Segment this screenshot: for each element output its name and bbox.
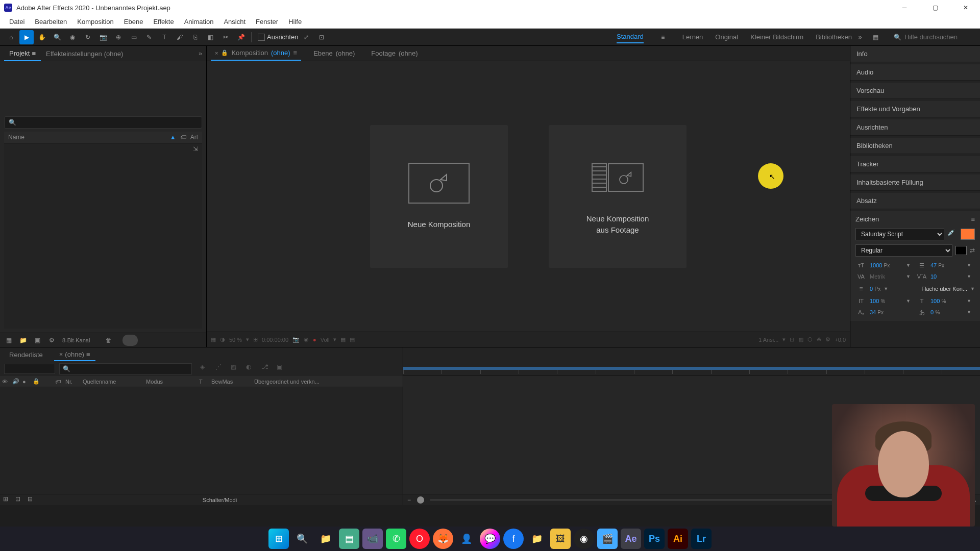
solo-icon[interactable]: ● <box>22 379 31 385</box>
snapshot-icon[interactable]: 📷 <box>292 336 300 343</box>
audio-icon[interactable]: 🔊 <box>12 378 20 385</box>
dropdown-icon[interactable]: ▼ <box>967 298 975 304</box>
col-nr[interactable]: Nr. <box>65 379 81 385</box>
new-composition-from-footage-button[interactable]: Neue Komposition aus Footage <box>549 125 687 268</box>
exposure-value[interactable]: +0,0 <box>835 337 846 343</box>
tag-icon[interactable]: 🏷 <box>180 134 186 141</box>
hamburger-icon[interactable]: ≡ <box>32 49 36 57</box>
tracking-value[interactable]: 10 <box>930 273 965 280</box>
workspace-grid-icon[interactable]: ▦ <box>868 30 883 44</box>
hamburger-icon[interactable]: ≡ <box>293 49 298 57</box>
guides-icon[interactable]: ▤ <box>350 336 355 343</box>
taskbar-editor-icon[interactable]: 🎬 <box>597 529 618 549</box>
timecode[interactable]: 0:00:00:00 <box>262 337 288 343</box>
menu-effekte[interactable]: Effekte <box>148 16 179 28</box>
panel-absatz[interactable]: Absatz <box>850 193 980 209</box>
timeline-time-input[interactable] <box>4 364 55 374</box>
text-tool[interactable]: T <box>157 30 172 44</box>
taskbar-firefox-icon[interactable]: 🦊 <box>433 529 453 549</box>
frame-blend-icon[interactable]: ▨ <box>231 363 242 374</box>
camera-tool[interactable]: 📷 <box>96 30 110 44</box>
panel-info[interactable]: Info <box>850 46 980 62</box>
new-folder-icon[interactable]: 📁 <box>17 335 29 346</box>
hscale-value[interactable]: 100 <box>930 298 940 304</box>
snap-icon[interactable]: ⤢ <box>299 30 313 44</box>
menu-fenster[interactable]: Fenster <box>251 16 283 28</box>
orbit-tool[interactable]: ◉ <box>65 30 80 44</box>
taskbar-explorer-icon[interactable]: 📁 <box>315 529 336 549</box>
zeichen-title[interactable]: Zeichen <box>855 215 879 223</box>
workspace-lernen[interactable]: Lernen <box>682 31 703 43</box>
panel-bibliotheken[interactable]: Bibliotheken <box>850 138 980 154</box>
selection-tool[interactable]: ▶ <box>19 30 34 44</box>
comp-mini-icon[interactable]: ◈ <box>200 363 211 374</box>
baseline-value[interactable]: 34 <box>870 309 876 315</box>
col-source[interactable]: Quellenname <box>83 379 144 385</box>
taskbar-folder-icon[interactable]: 📁 <box>527 529 547 549</box>
vscale-value[interactable]: 100 <box>870 298 879 304</box>
dropdown-icon[interactable]: ▼ <box>906 263 914 268</box>
sort-icon[interactable]: ▲ <box>170 134 176 141</box>
minimize-button[interactable]: ─ <box>894 0 915 15</box>
settings-icon[interactable]: ⚙ <box>825 336 830 343</box>
taskbar-opera-icon[interactable]: O <box>409 529 430 549</box>
taskbar-camera-icon[interactable]: 📹 <box>362 529 383 549</box>
menu-hilfe[interactable]: Hilfe <box>283 16 307 28</box>
panel-overflow-icon[interactable]: » <box>199 50 202 57</box>
col-bewmas[interactable]: BewMas <box>211 379 252 385</box>
mask-icon[interactable]: ◑ <box>220 336 225 343</box>
roto-tool[interactable]: ✂ <box>218 30 233 44</box>
leading-value[interactable]: 47 <box>930 262 937 268</box>
hand-tool[interactable]: ✋ <box>35 30 49 44</box>
color-icon[interactable]: ● <box>313 337 316 343</box>
timeline-layer-list[interactable] <box>0 387 403 494</box>
hamburger-icon[interactable]: ≡ <box>971 215 975 223</box>
clone-tool[interactable]: ⎘ <box>188 30 202 44</box>
tab-layer[interactable]: Ebene (ohne) <box>309 46 359 60</box>
draft-3d-icon[interactable]: ▣ <box>277 363 288 374</box>
menu-komposition[interactable]: Komposition <box>72 16 119 28</box>
grid-icon[interactable]: ▦ <box>340 336 346 343</box>
resolution-icon[interactable]: ⊞ <box>253 336 258 343</box>
motion-blur-icon[interactable]: ◐ <box>246 363 257 374</box>
toggle-icon[interactable] <box>122 335 138 346</box>
taskbar-discord-icon[interactable]: 👤 <box>456 529 477 549</box>
taskbar-facebook-icon[interactable]: f <box>503 529 524 549</box>
workspace-bibliotheken[interactable]: Bibliotheken <box>816 31 852 43</box>
timeline-search-input[interactable] <box>59 363 192 374</box>
taskbar-ps-icon[interactable]: Ps <box>644 529 665 549</box>
col-name[interactable]: Name <box>8 134 170 141</box>
new-composition-button[interactable]: Neue Komposition <box>370 125 508 268</box>
interpret-footage-icon[interactable]: ▦ <box>3 335 14 346</box>
fill-over-label[interactable]: Fläche über Kon... <box>921 286 967 292</box>
toggle-switches-icon[interactable]: ⊞ <box>3 495 12 505</box>
view-count[interactable]: 1 Ansi... <box>758 337 778 343</box>
zoom-out-icon[interactable]: − <box>407 496 411 504</box>
font-family-select[interactable]: Saturday Script <box>855 228 944 240</box>
menu-bearbeiten[interactable]: Bearbeiten <box>30 16 72 28</box>
brush-tool[interactable]: 🖌 <box>173 30 187 44</box>
bit-depth-label[interactable]: 8-Bit-Kanal <box>62 337 90 343</box>
switches-modes-label[interactable]: Schalter/Modi <box>203 497 237 503</box>
dropdown-icon[interactable]: ▼ <box>970 286 975 291</box>
toggle-inout-icon[interactable]: ⊟ <box>28 495 37 505</box>
new-comp-icon[interactable]: ▣ <box>32 335 43 346</box>
tab-effect-settings[interactable]: Effekteinstellungen (ohne) <box>41 47 128 61</box>
graph-icon[interactable]: ⎇ <box>261 363 273 374</box>
workspace-kleiner[interactable]: Kleiner Bildschirm <box>750 31 803 43</box>
tab-footage[interactable]: Footage (ohne) <box>367 46 422 60</box>
fill-color-swatch[interactable] <box>961 229 975 240</box>
trash-icon[interactable]: 🗑 <box>103 335 114 346</box>
toggle-modes-icon[interactable]: ⊡ <box>15 495 24 505</box>
tsume-value[interactable]: 0 <box>930 309 934 315</box>
shape-tool[interactable]: ▭ <box>127 30 141 44</box>
taskbar-messenger-icon[interactable]: 💬 <box>480 529 500 549</box>
taskbar-gallery-icon[interactable]: 🖼 <box>550 529 571 549</box>
tab-composition[interactable]: × 🔒 Komposition (ohne) ≡ <box>211 46 301 61</box>
label-icon[interactable]: 🏷 <box>55 379 63 385</box>
lock-icon[interactable]: 🔒 <box>33 378 41 385</box>
tab-timeline-none[interactable]: × (ohne) ≡ <box>54 348 95 361</box>
zoom-value[interactable]: 50 % <box>229 337 242 343</box>
dropdown-icon[interactable]: ▼ <box>906 274 914 279</box>
rotate-tool[interactable]: ↻ <box>81 30 95 44</box>
